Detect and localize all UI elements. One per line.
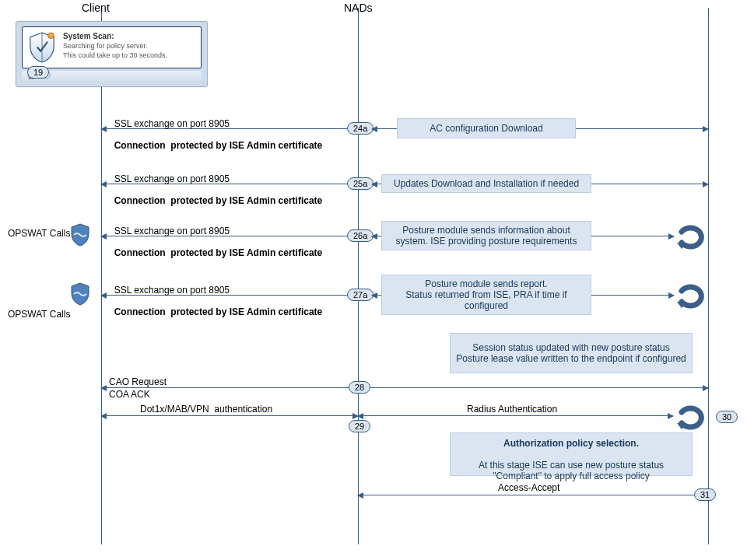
loop-icon	[675, 224, 702, 247]
svg-point-0	[48, 33, 54, 39]
badge-28: 28	[349, 381, 370, 394]
badge-26a: 26a	[347, 229, 374, 242]
badge-19: 19	[27, 66, 49, 79]
msg-25a-text: SSL exchange on port 8905 Connection pro…	[109, 163, 322, 206]
lifeline-right	[708, 8, 709, 544]
ssl-line: SSL exchange on port 8905	[114, 226, 230, 236]
ssl-line: SSL exchange on port 8905	[114, 285, 230, 296]
msg-24a-text: SSL exchange on port 8905 Connection pro…	[109, 107, 322, 151]
arrow-access-accept	[358, 495, 708, 495]
shield-icon	[27, 31, 57, 64]
opswat-label: OPSWAT Calls	[8, 228, 70, 239]
lifeline-nads	[358, 8, 359, 544]
ssl-bold: Connection protected by ISE Admin certif…	[114, 247, 323, 258]
msg-27a-text: SSL exchange on port 8905 Connection pro…	[109, 274, 322, 317]
loop-icon	[675, 283, 702, 306]
arrow-29-right	[358, 415, 673, 416]
lifeline-client	[101, 8, 102, 544]
authz-body: At this stage ISE can use new posture st…	[479, 460, 664, 481]
ssl-bold: Connection protected by ISE Admin certif…	[114, 140, 323, 151]
badge-24a: 24a	[347, 122, 374, 135]
authz-title: Authorization policy selection.	[503, 438, 639, 449]
shield-icon	[70, 282, 90, 306]
msg-26a-text: SSL exchange on port 8905 Connection pro…	[109, 215, 322, 258]
client-widget-line1: Searching for policy server.	[63, 42, 148, 50]
label-nads: NADs	[344, 2, 373, 14]
shield-icon	[70, 223, 90, 247]
arrow-28	[101, 387, 708, 388]
box-posture-info: Posture module sends information about s…	[381, 221, 591, 250]
ssl-bold: Connection protected by ISE Admin certif…	[114, 306, 323, 317]
msg-radius: Radius Authentication	[467, 404, 557, 415]
ssl-line: SSL exchange on port 8905	[114, 118, 230, 129]
badge-30: 30	[716, 411, 738, 423]
msg-coa: COA ACK	[109, 389, 150, 400]
box-updates: Updates Download and Installation if nee…	[381, 174, 591, 193]
client-widget-line2: This could take up to 30 seconds.	[63, 51, 167, 59]
box-ac-config: AC configuration Download	[397, 118, 576, 138]
ssl-line: SSL exchange on port 8905	[114, 173, 230, 184]
ssl-bold: Connection protected by ISE Admin certif…	[114, 195, 323, 206]
msg-cao: CAO Request	[109, 376, 167, 387]
badge-29: 29	[349, 420, 370, 432]
box-posture-report: Posture module sends report. Status retu…	[381, 275, 591, 315]
client-widget-panel: System Scan: Searching for policy server…	[22, 26, 202, 68]
loop-icon	[675, 404, 702, 428]
box-session-status: Session status updated with new posture …	[450, 333, 693, 373]
client-widget-title: System Scan:	[63, 32, 114, 40]
badge-27a: 27a	[347, 289, 374, 301]
badge-31: 31	[694, 488, 716, 501]
msg-dot1x: Dot1x/MAB/VPN authentication	[140, 404, 272, 415]
msg-access-accept: Access-Accept	[498, 482, 559, 493]
box-authz: Authorization policy selection. At this …	[450, 432, 693, 476]
label-client: Client	[82, 2, 110, 14]
badge-25a: 25a	[347, 177, 374, 190]
arrow-29-left	[101, 415, 358, 416]
opswat-label: OPSWAT Calls	[8, 309, 70, 320]
